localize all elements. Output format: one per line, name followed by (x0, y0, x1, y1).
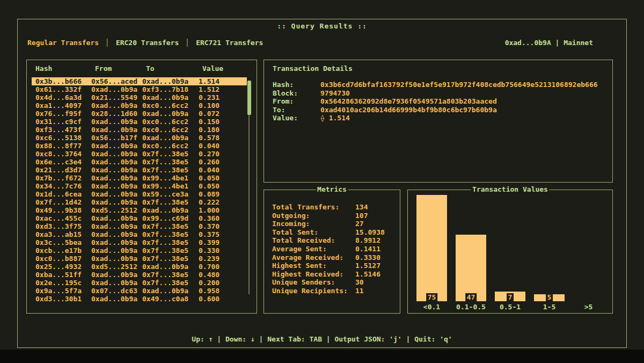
cell-to: 0x7f...38e5 (142, 222, 199, 230)
table-row[interactable]: 0xac...455c0xad...0b9a0x99...c69d0.360 (32, 214, 247, 222)
table-row[interactable]: 0x25...49320xd5...25120xad...0b9a0.700 (32, 263, 247, 271)
table-row[interactable]: 0x21...d3d70xad...0b9a0x7f...38e50.040 (32, 166, 247, 174)
detail-label: Block: (273, 89, 320, 98)
table-row[interactable]: 0x6e...c3e40xad...0b9a0x7f...38e50.260 (32, 158, 247, 166)
detail-value: 0xad4010ac206b14d66999b4bf9b80c6bc97b60b… (320, 106, 497, 114)
cell-from: 0x56...aced (91, 77, 142, 85)
cell-to: 0x59...ce3a (142, 190, 199, 198)
table-row[interactable]: 0x9a...5f7a0x07...dc630xad...0b9a0.958 (32, 287, 247, 295)
cell-value: 0.180 (199, 126, 247, 134)
cell-value: 0.578 (199, 134, 247, 142)
metrics-panel-title: Metrics (316, 185, 348, 193)
cell-hash: 0x3c...5bea (35, 238, 91, 246)
table-row[interactable]: 0x1d...6cea0xad...0b9a0x59...ce3a0.089 (32, 190, 247, 198)
metric-row: Average Received:0.3330 (272, 253, 396, 262)
cell-from: 0xad...0b9a (91, 295, 142, 303)
cell-to: 0x7f...38e5 (142, 166, 199, 174)
table-row[interactable]: 0xc6...51380x56...b17f0xad...0b9a0.578 (32, 134, 247, 142)
bar-slot: 47 (451, 194, 491, 301)
metric-row: Average Sent:0.1411 (272, 245, 396, 253)
table-row[interactable]: 0x76...f95f0x28...1d600xad...0b9a0.072 (32, 110, 247, 118)
table-row[interactable]: 0xcb...e17b0xad...0b9a0x7f...38e50.330 (32, 246, 247, 255)
bar-count-label: 47 (465, 293, 477, 301)
tab-regular-transfers[interactable]: Regular Transfers (27, 39, 99, 47)
cell-value: 0.700 (199, 263, 247, 271)
detail-value: 0x564286362092d8e7936f0549571a803b203aac… (320, 97, 497, 106)
cell-hash: 0x7f...1d42 (35, 198, 91, 206)
table-row[interactable]: 0xd3...30b10xad...0b9a0x49...c0a80.600 (32, 295, 247, 303)
detail-row: Hash:0x3b6cd7d6bfaf163792f50e1ef5e917b97… (273, 81, 607, 89)
cell-hash: 0x34...7c76 (35, 182, 91, 190)
cell-from: 0xad...0b9a (91, 150, 142, 158)
status-bar-hints: Up: ↑ | Down: ↓ | Next Tab: TAB | Output… (18, 335, 626, 343)
table-row[interactable]: 0xd3...3f750xad...0b9a0x7f...38e50.370 (32, 222, 247, 230)
scrollbar-thumb[interactable] (247, 81, 251, 115)
tab-erc20-transfers[interactable]: ERC20 Transfers (116, 39, 179, 47)
cell-value: 0.040 (199, 142, 247, 150)
table-row[interactable]: 0x31...c9cf0xad...0b9a0xc0...6cc20.150 (32, 118, 247, 126)
histogram-bar: 47 (456, 235, 486, 301)
cell-to: 0x7f...38e5 (142, 230, 199, 238)
table-row[interactable]: 0xa3...ab150xad...0b9a0x7f...38e50.375 (32, 230, 247, 238)
table-row[interactable]: 0x34...7c760xad...0b9a0x99...4be10.050 (32, 182, 247, 190)
table-row[interactable]: 0x3b...b6660x56...aced0xad...0b9a1.514 (32, 77, 247, 85)
detail-row: Block:9794730 (273, 89, 607, 98)
metric-value: 0.1411 (355, 245, 380, 253)
cell-value: 0.375 (199, 230, 247, 238)
bar-count-label: 5 (546, 293, 553, 301)
cell-hash: 0xd3...30b1 (35, 295, 91, 303)
cell-to: 0x99...4be1 (142, 174, 199, 182)
metric-row: Total Transfers:134 (272, 203, 396, 212)
cell-value: 1.512 (199, 85, 247, 93)
cell-from: 0xad...0b9a (91, 246, 142, 255)
column-header-value: Value (202, 64, 257, 77)
table-row[interactable]: 0x3c...5bea0xad...0b9a0x7f...38e50.399 (32, 238, 247, 246)
table-row[interactable]: 0xc0...b8870xad...0b9a0x7f...38e50.239 (32, 255, 247, 263)
table-row[interactable]: 0xc8...37640xad...0b9a0x7f...38e50.270 (32, 150, 247, 158)
table-row[interactable]: 0xba...51ff0xad...0b9a0x7f...38e50.480 (32, 271, 247, 279)
cell-from: 0xad...0b9a (91, 238, 142, 246)
histogram-bar: 75 (416, 195, 447, 301)
table-row[interactable]: 0x4d...6a3d0x21...55490xad...0b9a0.231 (32, 93, 247, 101)
column-header-from: From (95, 64, 146, 77)
cell-to: 0x7f...38e5 (142, 279, 199, 287)
histogram-bar: 5 (534, 294, 565, 301)
cell-to: 0x7f...38e5 (142, 238, 199, 246)
table-row[interactable]: 0x7b...f6720xad...0b9a0x99...4be10.050 (32, 174, 247, 182)
cell-value: 0.958 (199, 287, 247, 295)
detail-label: Hash: (273, 81, 320, 89)
table-row[interactable]: 0x2e...195c0xad...0b9a0x7f...38e50.200 (32, 279, 247, 287)
table-row[interactable]: 0x7f...1d420xad...0b9a0x7f...38e50.222 (32, 198, 247, 206)
table-row[interactable]: 0x49...9b380xd5...25120xad...0b9a1.000 (32, 206, 247, 214)
cell-hash: 0xba...51ff (35, 271, 91, 279)
cell-from: 0xad...0b9a (91, 190, 142, 198)
cell-to: 0xad...0b9a (142, 287, 199, 295)
cell-hash: 0xa3...ab15 (35, 230, 91, 238)
metric-row: Outgoing:107 (272, 212, 396, 220)
cell-to: 0xad...0b9a (142, 110, 199, 118)
cell-from: 0xad...0b9a (91, 214, 142, 222)
table-row[interactable]: 0x61...332f0xad...0b9a0xf3...7b181.512 (32, 85, 247, 93)
cell-value: 1.000 (199, 206, 247, 214)
bar-slot: 75 (412, 194, 451, 301)
metric-value: 11 (355, 287, 364, 295)
table-row[interactable]: 0xa1...40970xad...0b9a0xc0...6cc20.100 (32, 101, 247, 110)
tab-separator: │ (185, 39, 189, 47)
cell-from: 0xad...0b9a (91, 279, 142, 287)
cell-hash: 0xa1...4097 (35, 101, 91, 110)
metric-row: Incoming:27 (272, 220, 396, 228)
table-row[interactable]: 0x88...8f770xad...0b9a0xc0...6cc20.040 (32, 142, 247, 150)
metric-row: Highest Sent:1.5127 (272, 262, 396, 270)
table-row[interactable]: 0xf3...473f0xad...0b9a0xc0...6cc20.180 (32, 126, 247, 134)
cell-to: 0xad...0b9a (142, 206, 199, 214)
metric-value: 1.5146 (355, 270, 380, 279)
app-window: :: Query Results :: Regular Transfers│ER… (17, 19, 627, 348)
tab-erc721-transfers[interactable]: ERC721 Transfers (196, 39, 263, 47)
cell-value: 0.600 (199, 295, 247, 303)
cell-from: 0xad...0b9a (91, 182, 142, 190)
metrics-rows: Total Transfers:134Outgoing:107Incoming:… (272, 203, 396, 295)
metric-label: Highest Sent: (272, 262, 355, 270)
bar-slot: 7 (491, 194, 530, 301)
cell-value: 1.514 (199, 77, 247, 85)
cell-to: 0x7f...38e5 (142, 150, 199, 158)
